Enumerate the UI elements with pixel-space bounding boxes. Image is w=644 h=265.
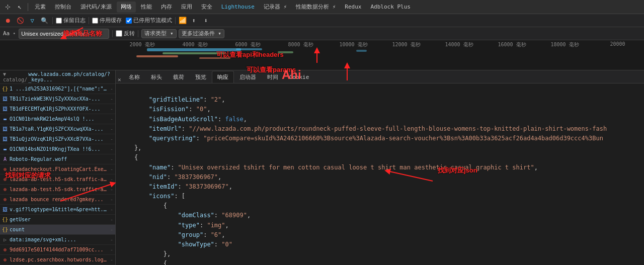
disable-cache-label[interactable]: 停用缓存: [92, 17, 122, 24]
list-item[interactable]: 🖼 TB1iTziekWE3KVjSZyXXXocXXa-... -: [0, 94, 115, 104]
left-panel: ▼ catalog/ www.lazada.com.ph/catalog/?_k…: [0, 70, 116, 265]
error-icon: ⊗: [2, 187, 8, 193]
disable-stream-label[interactable]: 已停用节流模式: [126, 17, 172, 24]
aa-label: Aa: [3, 30, 10, 37]
list-item[interactable]: {} 1 ...id%253A316962"],[{"name":"Unisex…: [0, 84, 115, 94]
json-icon: {}: [2, 86, 8, 92]
tab-memory[interactable]: 内存: [157, 2, 176, 13]
tab-console[interactable]: 控制台: [51, 2, 75, 13]
sep-f1: [112, 30, 113, 37]
tab-preview[interactable]: 预览: [190, 71, 212, 83]
tab-initiator[interactable]: 启动器: [234, 71, 262, 83]
upload-icon[interactable]: ⬆: [189, 16, 199, 26]
record-icon[interactable]: ⏺: [3, 16, 13, 26]
error-icon: ⊗: [2, 247, 8, 253]
tab-network[interactable]: 网络: [117, 2, 136, 13]
panel-tabs: ✕ 名称 标头 载荷 预览 响应 启动器 时间 Cookie: [116, 70, 644, 83]
pointer-icon[interactable]: ↖: [14, 2, 25, 13]
tab-security[interactable]: 安全: [197, 2, 216, 13]
breadcrumb: ▼ catalog/ www.lazada.com.ph/catalog/?_k…: [0, 70, 115, 84]
list-item[interactable]: ⊗ 9dd6917e501f4144dd7af71009cc... -: [0, 245, 115, 255]
list-item[interactable]: 🖼 TB1uQjzOVzqK1RjSZFvXXcB7VXa-... -: [0, 134, 115, 144]
list-item[interactable]: ▬ O1CN01brmkRW21eAmpV4slQ_!... -: [0, 114, 115, 124]
error-icon: ⊗: [2, 197, 8, 203]
img-icon: ▬: [2, 146, 8, 152]
clear-icon[interactable]: 🚫: [15, 16, 25, 26]
sep1: [52, 17, 53, 24]
timeline: 2000 毫秒 4000 毫秒 6000 毫秒 8000 毫秒 10000 毫秒…: [0, 40, 644, 70]
list-item[interactable]: ⊗ Lazadacheckout.FloatingCart.Exe... -: [0, 164, 115, 174]
img-icon: ▬: [2, 116, 8, 122]
tab-redux[interactable]: Redux: [341, 2, 365, 13]
preserve-log-label[interactable]: 保留日志: [56, 17, 86, 24]
list-item[interactable]: 🖼 TB1a7taR.Y1gK0jSZFCXXcwqXXa-... -: [0, 124, 115, 134]
disable-cache-checkbox[interactable]: [92, 18, 98, 24]
right-panel: ✕ 名称 标头 载荷 预览 响应 启动器 时间 Cookie "gridTitl…: [116, 70, 644, 265]
tab-recorder[interactable]: 记录器 ⚡: [260, 2, 291, 13]
list-item[interactable]: ⊗ lazada_bounce_rendered?gmkey... -: [0, 195, 115, 205]
reverse-label[interactable]: 反转: [116, 30, 135, 37]
gif-icon: 🖼: [2, 207, 8, 213]
tab-lighthouse[interactable]: Lighthouse: [217, 2, 259, 13]
api-icon: {}: [2, 217, 8, 223]
list-item[interactable]: A Roboto-Regular.woff -: [0, 154, 115, 164]
list-item[interactable]: ▬ O1CN014bsNZO1tRKngjTXea_!!6... -: [0, 144, 115, 154]
tab-perf-insights[interactable]: 性能数据分析 ⚡: [292, 2, 340, 13]
tab-application[interactable]: 应用: [177, 2, 196, 13]
preserve-log-checkbox[interactable]: [56, 18, 62, 24]
search-box[interactable]: ✕: [19, 29, 109, 39]
error-icon: ⊗: [2, 176, 8, 183]
tab-timing[interactable]: 时间: [262, 71, 284, 83]
tab-elements[interactable]: 元素: [31, 2, 50, 13]
list-item[interactable]: {} getUser -: [0, 215, 115, 225]
data-icon: ▷: [2, 237, 8, 243]
main-content: ▼ catalog/ www.lazada.com.ph/catalog/?_k…: [0, 70, 644, 265]
list-item[interactable]: ⊗ lazada-ab-test.h5-sdk.traffic-allo... …: [0, 174, 115, 185]
filter-icon[interactable]: ▽: [27, 16, 37, 26]
tab-performance[interactable]: 性能: [137, 2, 156, 13]
filter-bar: Aa • ✕ 反转 请求类型 ▾ 更多过滤条件 ▾: [0, 27, 644, 40]
tab-adblock[interactable]: Adblock Plus: [366, 2, 414, 13]
menu-bar: ⊹ ↖ 元素 控制台 源代码/来源 网络 性能 内存 应用 安全 Lightho…: [0, 0, 644, 14]
img-icon: 🖼: [2, 126, 8, 132]
wifi-icon: 📶: [179, 17, 187, 24]
reverse-checkbox[interactable]: [116, 30, 122, 37]
list-item[interactable]: ⊗ lazada-ab-test.h5-sdk.traffic-allo... …: [0, 185, 115, 195]
cursor-icon[interactable]: ⊹: [2, 2, 13, 13]
tab-response[interactable]: 响应: [212, 71, 234, 83]
disable-stream-checkbox[interactable]: [126, 18, 132, 24]
network-toolbar: ⏺ 🚫 ▽ 🔍 保留日志 停用缓存 已停用节流模式 📶 ⬆ ⬇: [0, 14, 644, 27]
separator: [28, 3, 28, 11]
sep-f2: [138, 30, 138, 37]
tab-headers[interactable]: 名称: [123, 71, 145, 83]
img-icon: 🖼: [2, 136, 8, 142]
list-item[interactable]: 🖼 v.gif?logtype=1&title=&pre=htt... -: [0, 205, 115, 215]
json-content[interactable]: "gridTitleLine": "2", "isFission": "0", …: [116, 83, 644, 265]
search-magnify-icon[interactable]: 🔍: [39, 16, 49, 26]
list-item[interactable]: 🖼 TB1dFECEMTqK1RjSZPhXXXfOFX-... -: [0, 104, 115, 114]
download-icon[interactable]: ⬇: [201, 16, 211, 26]
sep3: [175, 17, 176, 24]
request-type-btn[interactable]: 请求类型 ▾: [141, 29, 176, 38]
more-filters-btn[interactable]: 更多过滤条件 ▾: [179, 29, 224, 38]
tab-headers2[interactable]: 标头: [145, 71, 168, 83]
font-icon: A: [2, 156, 8, 162]
search-input[interactable]: [21, 31, 87, 37]
tab-sources[interactable]: 源代码/来源: [76, 2, 116, 13]
tab-cookies[interactable]: Cookie: [284, 71, 315, 83]
clear-search-icon[interactable]: ✕: [87, 30, 90, 37]
list-item-count[interactable]: {} count -: [0, 225, 115, 235]
img-icon: 🖼: [2, 96, 8, 102]
error-icon: ⊗: [2, 257, 8, 263]
api-icon: {}: [2, 227, 8, 233]
list-item[interactable]: ⊗ lzdse.pc.searchbox.hotwords.log?... -: [0, 255, 115, 265]
error-icon: ⊗: [2, 166, 8, 172]
img-icon: 🖼: [2, 106, 8, 112]
list-item[interactable]: ▷ data:image/svg+xml;... -: [0, 235, 115, 245]
close-panel-icon[interactable]: ✕: [118, 76, 121, 83]
sep2: [89, 17, 89, 24]
tab-payload[interactable]: 载荷: [168, 71, 190, 83]
